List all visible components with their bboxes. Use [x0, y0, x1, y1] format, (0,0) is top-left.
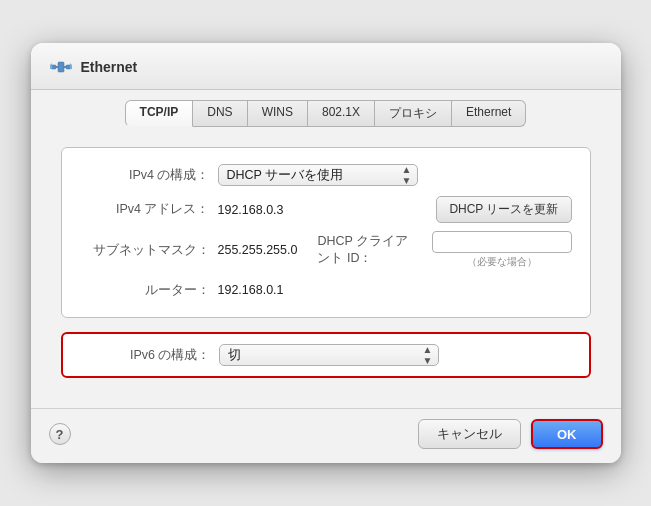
dhcp-renew-button[interactable]: DHCP リースを更新: [436, 196, 571, 223]
ipv6-config-label: IPv6 の構成：: [81, 347, 211, 364]
ipv4-address-label: IPv4 アドレス：: [80, 201, 210, 218]
ipv6-config-select[interactable]: 切: [219, 344, 439, 366]
svg-rect-1: [58, 62, 64, 72]
dhcp-client-id-input[interactable]: [432, 231, 572, 253]
dhcp-hint: （必要な場合）: [432, 255, 572, 269]
ethernet-icon: [49, 55, 73, 79]
bottom-bar: ? キャンセル OK: [31, 408, 621, 463]
tab-ethernet[interactable]: Ethernet: [452, 100, 526, 127]
ipv4-config-select[interactable]: DHCP サーバを使用: [218, 164, 418, 186]
ipv4-address-value: 192.168.0.3: [218, 203, 284, 217]
subnet-value: 255.255.255.0: [218, 243, 298, 257]
ipv4-config-select-wrapper: DHCP サーバを使用 ▲▼: [218, 164, 418, 186]
tab-tcpip[interactable]: TCP/IP: [125, 100, 194, 127]
dhcp-client-area: （必要な場合）: [432, 231, 572, 269]
dhcp-client-label: DHCP クライアント ID：: [317, 233, 417, 267]
tab-proxy[interactable]: プロキシ: [375, 100, 452, 127]
subnet-label: サブネットマスク：: [80, 242, 210, 259]
tab-bar: TCP/IP DNS WINS 802.1X プロキシ Ethernet: [31, 90, 621, 127]
ipv6-config-select-wrapper: 切 ▲▼: [219, 344, 439, 366]
ipv6-section: IPv6 の構成： 切 ▲▼: [61, 332, 591, 378]
tab-dns[interactable]: DNS: [193, 100, 247, 127]
ipv4-config-row: IPv4 の構成： DHCP サーバを使用 ▲▼: [80, 162, 572, 188]
dialog-content: IPv4 の構成： DHCP サーバを使用 ▲▼ IPv4 アドレス： 192.…: [31, 127, 621, 408]
ipv4-section: IPv4 の構成： DHCP サーバを使用 ▲▼ IPv4 アドレス： 192.…: [61, 147, 591, 318]
ipv4-config-label: IPv4 の構成：: [80, 167, 210, 184]
help-button[interactable]: ?: [49, 423, 71, 445]
ethernet-dialog: Ethernet TCP/IP DNS WINS 802.1X プロキシ Eth…: [31, 43, 621, 463]
tab-wins[interactable]: WINS: [248, 100, 308, 127]
svg-marker-6: [70, 63, 72, 69]
title-bar: Ethernet: [31, 43, 621, 90]
tab-8021x[interactable]: 802.1X: [308, 100, 375, 127]
svg-marker-5: [50, 63, 52, 69]
subnet-row: サブネットマスク： 255.255.255.0 DHCP クライアント ID： …: [80, 231, 572, 269]
ok-button[interactable]: OK: [531, 419, 603, 449]
cancel-button[interactable]: キャンセル: [418, 419, 521, 449]
action-buttons: キャンセル OK: [418, 419, 603, 449]
ipv4-address-row: IPv4 アドレス： 192.168.0.3 DHCP リースを更新: [80, 196, 572, 223]
router-value: 192.168.0.1: [218, 283, 284, 297]
router-label: ルーター：: [80, 282, 210, 299]
dialog-title: Ethernet: [81, 59, 138, 75]
router-row: ルーター： 192.168.0.1: [80, 277, 572, 303]
